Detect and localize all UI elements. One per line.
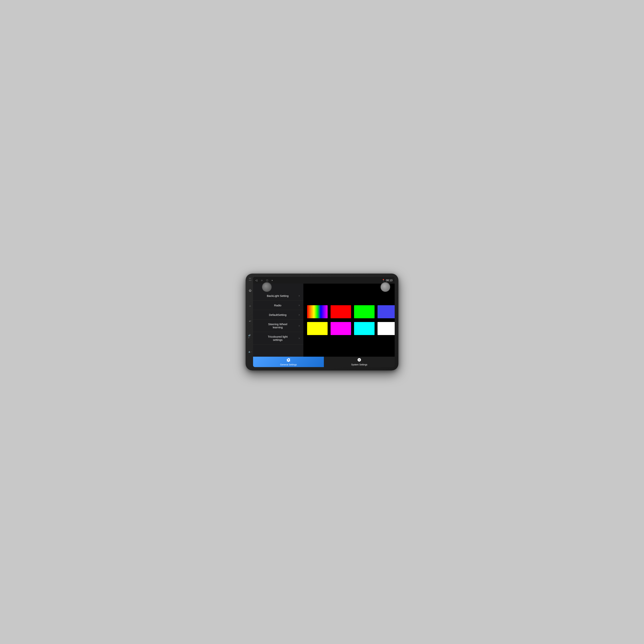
tab-general-settings[interactable]: General Settings [253, 357, 324, 367]
mic-rst-labels: MIC RST [249, 278, 252, 281]
menu-arrow-radio: › [299, 304, 300, 307]
location-icon: 📍 [382, 279, 385, 282]
back-nav-button[interactable]: ◁ [255, 279, 257, 282]
menu-arrow-tricoloured: › [299, 337, 300, 340]
right-camera-speaker [381, 282, 390, 292]
main-content: BackLight Setting › Radio › DefaultSetti… [253, 284, 395, 357]
menu-item-steering-label: Steering Wheel learning [257, 323, 299, 329]
tab-system-settings[interactable]: System Settings [324, 357, 395, 367]
left-control-strip: ⏻ ⌂ ↩ 🔊+ 🔈- [248, 283, 252, 359]
rst-label: RST [249, 280, 252, 281]
menu-item-backlight[interactable]: BackLight Setting › [253, 291, 303, 301]
menu-item-backlight-label: BackLight Setting [257, 294, 299, 297]
left-camera-speaker [262, 282, 272, 292]
car-head-unit: MIC RST ⏻ ⌂ ↩ 🔊+ 🔈- ◁ ○ □ ▪ [246, 274, 398, 370]
green-swatch[interactable] [354, 305, 375, 318]
system-settings-icon [357, 358, 361, 363]
top-right-status: 📍 08:13 [382, 279, 392, 282]
menu-item-tricoloured[interactable]: Tricoloured light settings › [253, 332, 303, 345]
swatch-row-2 [307, 322, 395, 335]
screen: ◁ ○ □ ▪ 📍 08:13 BackLight Setting › [253, 277, 395, 367]
rainbow-swatch[interactable] [307, 305, 328, 318]
volume-up-button[interactable]: 🔊+ [248, 334, 252, 338]
settings-menu: BackLight Setting › Radio › DefaultSetti… [253, 284, 303, 357]
blue-swatch[interactable] [378, 305, 395, 318]
home-button[interactable]: ⌂ [248, 304, 252, 308]
yellow-swatch[interactable] [307, 322, 328, 335]
device-body: MIC RST ⏻ ⌂ ↩ 🔊+ 🔈- ◁ ○ □ ▪ [246, 274, 398, 370]
volume-down-button[interactable]: 🔈- [248, 350, 252, 353]
general-settings-label: General Settings [280, 363, 297, 366]
bottom-tab-bar: General Settings System Settings [253, 357, 395, 367]
menu-arrow-steering: › [299, 324, 300, 327]
general-settings-icon [286, 358, 291, 363]
menu-item-steering[interactable]: Steering Wheel learning › [253, 320, 303, 332]
back-button[interactable]: ↩ [248, 319, 252, 323]
menu-arrow-backlight: › [299, 294, 300, 297]
time-display: 08:13 [386, 279, 392, 282]
mic-label: MIC [249, 278, 252, 279]
nav-buttons: ◁ ○ □ ▪ [255, 279, 273, 282]
menu-item-radio-label: Radio [257, 304, 299, 307]
menu-arrow-default: › [299, 313, 300, 316]
swatch-row-1 [307, 305, 395, 318]
menu-item-default-label: DefaultSetting [257, 313, 299, 316]
menu-item-radio[interactable]: Radio › [253, 301, 303, 310]
white-swatch[interactable] [378, 322, 395, 335]
system-settings-label: System Settings [351, 363, 367, 366]
svg-point-1 [359, 359, 360, 360]
color-swatch-panel [303, 284, 395, 357]
screenshot-nav-button[interactable]: ▪ [272, 279, 273, 282]
cyan-swatch[interactable] [354, 322, 375, 335]
menu-item-tricoloured-label: Tricoloured light settings [257, 335, 299, 341]
power-button[interactable]: ⏻ [248, 289, 252, 292]
top-nav-bar: ◁ ○ □ ▪ 📍 08:13 [253, 277, 395, 284]
home-nav-button[interactable]: ○ [261, 279, 263, 282]
red-swatch[interactable] [331, 305, 351, 318]
recent-nav-button[interactable]: □ [266, 279, 268, 282]
menu-item-default[interactable]: DefaultSetting › [253, 310, 303, 320]
magenta-swatch[interactable] [331, 322, 351, 335]
